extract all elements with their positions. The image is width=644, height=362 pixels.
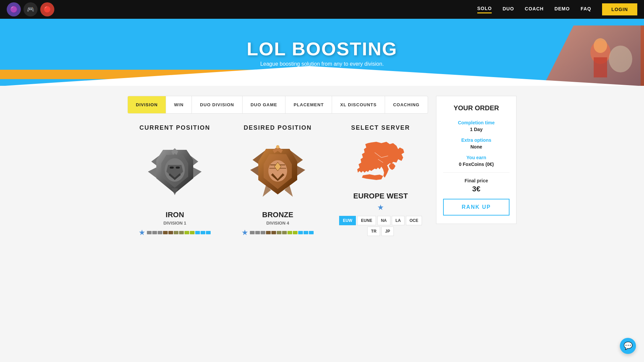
tab-duo-game[interactable]: DUO GAME (243, 96, 286, 113)
server-btn-na[interactable]: NA (377, 216, 390, 225)
server-btn-eune[interactable]: EUNE (357, 216, 376, 225)
hero-banner: LOL BOOSTING League boosting solution fr… (0, 19, 644, 86)
completion-time-value: 1 Day (443, 127, 509, 132)
current-position-title: CURRENT POSITION (140, 124, 210, 131)
hero-characters (543, 19, 644, 86)
nav-demo[interactable]: DEMO (554, 6, 570, 13)
bar-seg (206, 231, 211, 234)
final-price-label: Final price (443, 178, 509, 183)
nav-solo[interactable]: SOLO (477, 6, 492, 13)
bar-seg (201, 231, 205, 234)
tab-coaching[interactable]: COACHING (385, 96, 428, 113)
bar-seg (304, 231, 308, 234)
svg-point-2 (594, 38, 607, 53)
bar-seg (266, 231, 271, 234)
extra-options-label: Extra options (443, 137, 509, 143)
server-col: SELECT SERVER (333, 124, 428, 238)
current-rank-bar[interactable] (147, 231, 211, 234)
order-panel: YOUR ORDER Completion time 1 Day Extra o… (436, 96, 517, 224)
bar-seg (184, 231, 189, 234)
bar-seg (179, 231, 184, 234)
current-rank-bar-container (139, 230, 211, 236)
navbar: 🟣 🎮 🔴 SOLO DUO COACH DEMO FAQ LOGIN (0, 0, 644, 19)
order-title: YOUR ORDER (443, 104, 509, 112)
server-icon (378, 204, 384, 210)
login-button[interactable]: LOGIN (602, 3, 637, 15)
final-price-value: 3€ (443, 185, 509, 193)
desired-rank-icon (242, 230, 248, 236)
server-btn-la[interactable]: LA (392, 216, 405, 225)
bar-seg (261, 231, 265, 234)
nav-coach[interactable]: COACH (525, 6, 544, 13)
current-rank-icon (139, 230, 145, 236)
bar-seg (195, 231, 200, 234)
logo-3[interactable]: 🔴 (40, 2, 54, 16)
logo-1[interactable]: 🟣 (7, 2, 21, 16)
server-btn-euw[interactable]: EUW (339, 216, 356, 225)
bar-seg (152, 231, 157, 234)
server-title: SELECT SERVER (351, 124, 410, 131)
hero-subtitle: League boosting solution from any to eve… (260, 61, 384, 67)
hero-character-image (543, 25, 644, 86)
bar-seg (250, 231, 255, 234)
desired-rank-bar-container (242, 230, 314, 236)
main-content: DIVISION WIN DUO DIVISION DUO GAME PLACE… (121, 96, 523, 238)
bar-seg (255, 231, 260, 234)
left-panel: DIVISION WIN DUO DIVISION DUO GAME PLACE… (127, 96, 428, 238)
tab-division[interactable]: DIVISION (128, 96, 166, 113)
bar-seg (168, 231, 173, 234)
server-btn-oce[interactable]: OCE (406, 216, 422, 225)
bar-seg (287, 231, 292, 234)
completion-time-row: Completion time 1 Day (443, 120, 509, 132)
bar-seg (190, 231, 195, 234)
server-btn-tr[interactable]: TR (367, 227, 380, 236)
desired-position-col: DESIRED POSITION (230, 124, 325, 238)
nav-faq[interactable]: FAQ (581, 6, 591, 13)
earn-label: You earn (443, 155, 509, 160)
earn-row: You earn 0 FoxCoins (0€) (443, 155, 509, 167)
svg-point-4 (609, 46, 632, 72)
tab-placement[interactable]: PLACEMENT (285, 96, 332, 113)
bar-seg (163, 231, 168, 234)
bar-seg (158, 231, 162, 234)
extra-options-row: Extra options None (443, 137, 509, 149)
server-icon-row (378, 204, 384, 210)
iron-rank-name: IRON (166, 210, 184, 219)
bar-seg (174, 231, 178, 234)
tab-xl-discounts[interactable]: XL DISCOUNTS (332, 96, 385, 113)
svg-rect-3 (594, 57, 607, 77)
server-buttons-group: EUW EUNE NA LA OCE TR JP (333, 216, 428, 236)
rank-up-button[interactable]: RANK UP (443, 199, 509, 216)
server-btn-jp[interactable]: JP (381, 227, 394, 236)
bronze-rank-division: DIVISION 4 (266, 221, 289, 226)
selection-area: CURRENT POSITION (127, 124, 428, 238)
bar-seg (282, 231, 287, 234)
bar-seg (277, 231, 281, 234)
europe-map (351, 138, 411, 192)
bronze-rank-name: BRONZE (262, 210, 293, 219)
svg-point-9 (276, 145, 279, 148)
bar-seg (309, 231, 314, 234)
completion-time-label: Completion time (443, 120, 509, 125)
iron-rank-division: DIVISION 1 (163, 221, 186, 226)
tab-win[interactable]: WIN (166, 96, 192, 113)
bronze-emblem (244, 138, 311, 205)
hero-title: LOL BOOSTING (247, 38, 397, 60)
svg-rect-7 (176, 167, 180, 169)
logo-group: 🟣 🎮 🔴 (7, 2, 54, 16)
nav-links: SOLO DUO COACH DEMO FAQ LOGIN (477, 3, 637, 15)
current-position-col: CURRENT POSITION (127, 124, 222, 238)
iron-emblem (141, 138, 208, 205)
desired-rank-bar[interactable] (250, 231, 314, 234)
earn-value: 0 FoxCoins (0€) (443, 162, 509, 167)
bar-seg (293, 231, 298, 234)
order-divider (443, 172, 509, 173)
tab-duo-division[interactable]: DUO DIVISION (192, 96, 243, 113)
service-tabs: DIVISION WIN DUO DIVISION DUO GAME PLACE… (127, 96, 428, 114)
bar-seg (271, 231, 276, 234)
server-name: EUROPE WEST (353, 192, 408, 200)
desired-position-title: DESIRED POSITION (244, 124, 312, 131)
bar-seg (298, 231, 303, 234)
logo-2[interactable]: 🎮 (23, 2, 38, 16)
nav-duo[interactable]: DUO (502, 6, 514, 13)
